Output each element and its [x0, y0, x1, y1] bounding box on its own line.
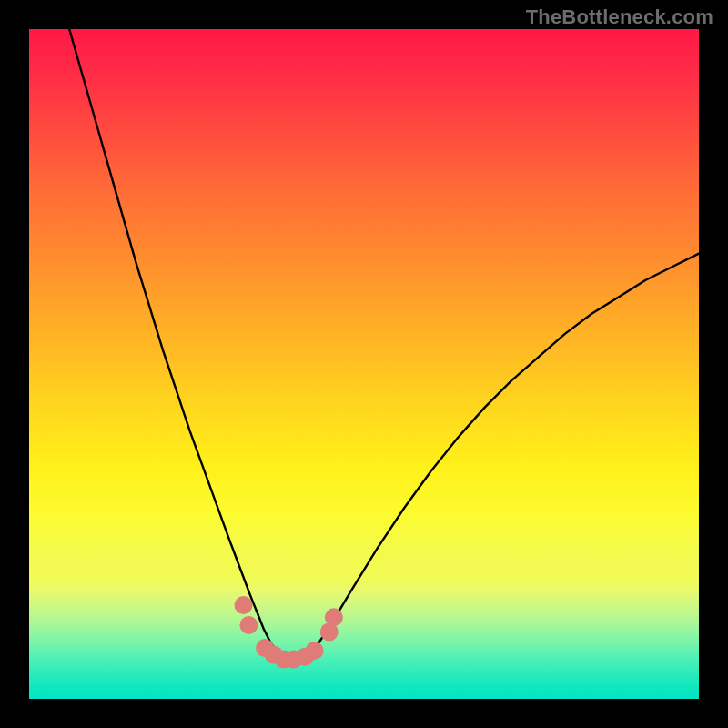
- marker-group: [235, 596, 343, 669]
- chart-svg: [29, 29, 699, 699]
- data-marker: [235, 596, 253, 614]
- watermark-text: TheBottleneck.com: [526, 5, 713, 29]
- data-marker: [239, 616, 258, 634]
- curve-group: [69, 29, 699, 659]
- bottleneck-curve: [69, 29, 699, 659]
- data-marker: [306, 642, 324, 660]
- data-marker: [325, 608, 343, 626]
- chart-frame: TheBottleneck.com: [0, 0, 728, 728]
- plot-area: [29, 29, 699, 699]
